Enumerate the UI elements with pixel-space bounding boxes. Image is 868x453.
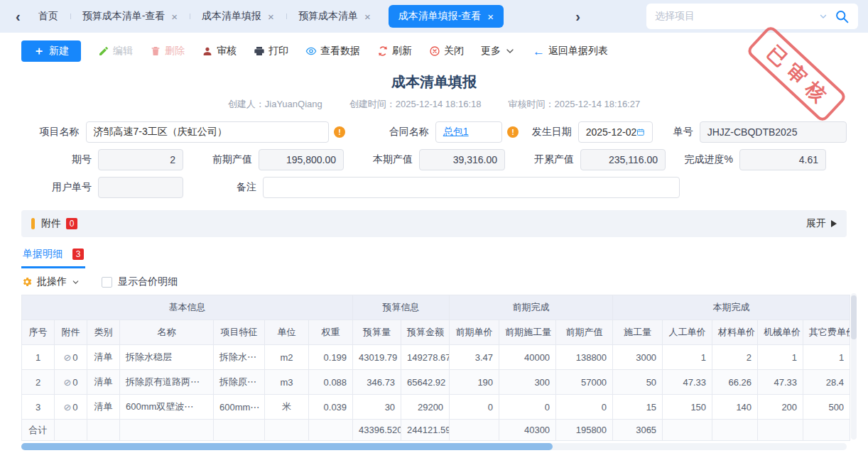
calendar-icon[interactable] bbox=[636, 126, 645, 138]
cell[interactable]: 29200 bbox=[401, 395, 450, 420]
contract-name-field[interactable]: 总包1 bbox=[435, 121, 502, 143]
cell[interactable]: 138800 bbox=[556, 345, 613, 370]
cell[interactable]: 140 bbox=[712, 395, 758, 420]
cell[interactable]: 150 bbox=[663, 395, 712, 420]
project-select[interactable]: 选择项目 bbox=[646, 4, 858, 29]
cell[interactable]: 30 bbox=[353, 395, 401, 420]
cell[interactable]: 15 bbox=[613, 395, 663, 420]
search-icon[interactable] bbox=[835, 9, 850, 24]
tab-2[interactable]: 成本清单填报× bbox=[190, 5, 286, 28]
cell[interactable]: 清单 bbox=[87, 345, 120, 370]
cell[interactable]: 0.039 bbox=[309, 395, 353, 420]
cell[interactable]: 1 bbox=[758, 345, 803, 370]
cell[interactable]: 清单 bbox=[87, 395, 120, 420]
cell[interactable]: 28.4 bbox=[803, 370, 850, 395]
cell[interactable]: 2 bbox=[22, 370, 55, 395]
refresh-button[interactable]: 刷新 bbox=[377, 45, 412, 58]
tab-3[interactable]: 预算成本清单× bbox=[286, 5, 383, 28]
cell[interactable]: 200 bbox=[758, 395, 803, 420]
contract-link[interactable]: 总包1 bbox=[443, 126, 469, 138]
edit-button[interactable]: 编辑 bbox=[98, 45, 133, 58]
occur-date-field[interactable]: 2025-12-02 bbox=[578, 121, 653, 143]
print-button[interactable]: 打印 bbox=[254, 45, 288, 58]
cell[interactable]: 500 bbox=[803, 395, 850, 420]
close-button[interactable]: 关闭 bbox=[429, 45, 464, 58]
cell[interactable]: 40000 bbox=[499, 345, 556, 370]
remark-field[interactable] bbox=[263, 177, 680, 198]
horizontal-scrollbar[interactable] bbox=[21, 443, 847, 450]
view-data-button[interactable]: 查看数据 bbox=[305, 45, 360, 58]
table-row[interactable]: 2⊘0清单拆除原有道路两⋯拆除原⋯m30.088346.7365642.9219… bbox=[22, 370, 850, 395]
cell[interactable]: 1 bbox=[803, 345, 850, 370]
tab-1[interactable]: 预算成本清单-查看× bbox=[70, 5, 190, 28]
cell[interactable]: 拆除原⋯ bbox=[214, 370, 265, 395]
cell[interactable]: 0 bbox=[499, 395, 556, 420]
cell[interactable]: 0.199 bbox=[309, 345, 353, 370]
info-icon[interactable]: ! bbox=[334, 126, 345, 138]
cell[interactable]: 2 bbox=[712, 345, 758, 370]
more-button[interactable]: 更多 bbox=[481, 45, 516, 58]
cell[interactable]: 清单 bbox=[87, 370, 120, 395]
cell[interactable]: 拆除原有道路两⋯ bbox=[120, 370, 214, 395]
column-header: 前期单价 bbox=[450, 320, 499, 345]
show-price-detail-toggle[interactable]: 显示合价明细 bbox=[102, 275, 178, 288]
paperclip-icon: ⊘ bbox=[63, 377, 71, 388]
cell[interactable]: 66.26 bbox=[712, 370, 758, 395]
cell[interactable]: m2 bbox=[265, 345, 309, 370]
tab-close-icon[interactable]: × bbox=[364, 11, 371, 22]
cell[interactable]: 47.33 bbox=[663, 370, 712, 395]
checkbox-icon[interactable] bbox=[102, 277, 112, 288]
cell[interactable]: 3.47 bbox=[450, 345, 499, 370]
cell[interactable]: 600mm双壁波⋯ bbox=[120, 395, 214, 420]
cell[interactable]: 拆除水稳层 bbox=[120, 345, 214, 370]
tab-close-icon[interactable]: × bbox=[487, 11, 494, 22]
audit-button[interactable]: 审核 bbox=[202, 45, 237, 58]
project-name-field[interactable]: 济邹高速7-3工区（庆虹公司） bbox=[86, 121, 330, 143]
back-to-list-button[interactable]: ← 返回单据列表 bbox=[533, 45, 608, 58]
cell[interactable]: 1 bbox=[22, 345, 55, 370]
cell[interactable]: 3000 bbox=[613, 345, 663, 370]
cell[interactable]: 300 bbox=[499, 370, 556, 395]
cell[interactable]: 0 bbox=[450, 395, 499, 420]
cell[interactable]: m3 bbox=[265, 370, 309, 395]
cell[interactable]: ⊘0 bbox=[55, 370, 87, 395]
batch-operation-button[interactable]: 批操作 bbox=[21, 275, 80, 288]
cell[interactable]: 43019.79 bbox=[353, 345, 401, 370]
tab-0[interactable]: 首页 bbox=[26, 5, 70, 28]
cell[interactable]: 65642.92 bbox=[401, 370, 450, 395]
cell[interactable]: ⊘0 bbox=[55, 345, 87, 370]
tab-detail-lines[interactable]: 单据明细 3 bbox=[21, 248, 85, 268]
vertical-scrollbar-thumb[interactable] bbox=[851, 295, 857, 339]
cell[interactable]: 47.33 bbox=[758, 370, 803, 395]
cell[interactable]: 3 bbox=[22, 395, 55, 420]
expand-button[interactable]: 展开 bbox=[806, 217, 837, 230]
cell[interactable]: 米 bbox=[265, 395, 309, 420]
column-header: 机械单价 bbox=[758, 320, 803, 345]
attachment-bar[interactable]: 附件 0 展开 bbox=[21, 210, 847, 237]
tab-close-icon[interactable]: × bbox=[268, 11, 274, 22]
tab-close-icon[interactable]: × bbox=[171, 11, 178, 22]
table-row[interactable]: 1⊘0清单拆除水稳层拆除水⋯m20.19943019.79149278.673.… bbox=[22, 345, 850, 370]
cell[interactable]: 0.088 bbox=[309, 370, 353, 395]
cell[interactable]: 0 bbox=[556, 395, 613, 420]
tabs-scroll-right-icon[interactable]: › bbox=[570, 9, 586, 23]
delete-button[interactable]: 删除 bbox=[150, 45, 185, 58]
horizontal-scrollbar-thumb[interactable] bbox=[21, 443, 553, 450]
tabs-scroll-left-icon[interactable]: ‹ bbox=[10, 9, 26, 23]
chevron-down-icon[interactable] bbox=[819, 12, 828, 21]
cell[interactable]: ⊘0 bbox=[55, 395, 87, 420]
cell[interactable]: 346.73 bbox=[353, 370, 401, 395]
project-name-label: 项目名称 bbox=[21, 126, 86, 138]
new-button[interactable]: ＋ 新建 bbox=[21, 40, 81, 62]
cell[interactable]: 拆除水⋯ bbox=[214, 345, 265, 370]
tab-4[interactable]: 成本清单填报-查看× bbox=[389, 5, 504, 28]
cell[interactable]: 149278.67 bbox=[401, 345, 450, 370]
info-icon[interactable]: ! bbox=[507, 126, 519, 138]
cell[interactable]: 190 bbox=[450, 370, 499, 395]
cell[interactable]: 600mm⋯ bbox=[214, 395, 265, 420]
table-row[interactable]: 3⊘0清单600mm双壁波⋯600mm⋯米0.03930292000001515… bbox=[22, 395, 850, 420]
vertical-scrollbar[interactable] bbox=[851, 293, 857, 440]
cell[interactable]: 50 bbox=[613, 370, 663, 395]
cell[interactable]: 57000 bbox=[556, 370, 613, 395]
cell[interactable]: 1 bbox=[663, 345, 712, 370]
